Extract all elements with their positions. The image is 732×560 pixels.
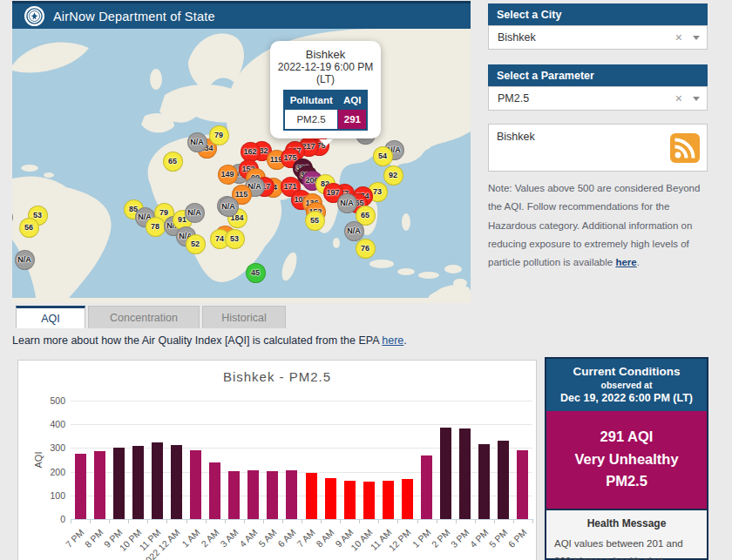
chart-bar[interactable] [459,428,471,519]
rss-feed-box: Bishkek [488,124,708,172]
popup-timezone: (LT) [275,73,376,85]
chart-bar[interactable] [190,450,201,519]
aqi-marker[interactable]: N/A [187,132,207,152]
aqi-marker[interactable]: N/A [337,193,357,213]
aqi-marker[interactable]: 92 [383,165,403,186]
chart-bar[interactable] [113,448,125,519]
aqi-pollutant: PM2.5 [550,470,703,493]
aqi-bar-chart: Bishkek - PM2.5 0100200300400500AQI7 PM8… [17,360,537,560]
chart-bar[interactable] [363,482,375,519]
chevron-down-icon[interactable] [693,36,700,40]
tab-aqi[interactable]: AQI [16,306,85,328]
y-axis-tick-label: 300 [46,442,65,453]
aqi-marker[interactable]: 149 [218,165,238,185]
learn-more-here-link[interactable]: here [382,334,403,347]
view-tabs: AQI Concentration Historical [16,306,286,328]
x-axis-tick [225,519,226,523]
chart-bar[interactable] [171,445,182,519]
aqi-marker[interactable]: 54 [373,146,393,166]
aqi-marker[interactable]: 53 [225,229,245,249]
city-select-value: Bishkek [498,31,675,44]
chart-bar[interactable] [94,451,105,519]
x-axis-tick [71,519,71,523]
health-message-text: AQI values between 201 and 300 trigger a… [554,535,699,560]
aqi-marker[interactable]: 55 [305,211,325,231]
x-axis-tick [166,519,167,523]
popup-pollutant-value: PM2.5 [284,110,338,131]
x-axis-tick [90,519,91,523]
city-select[interactable]: Bishkek × [488,25,708,50]
chart-bar[interactable] [344,481,356,519]
x-axis-tick [513,519,514,523]
y-axis-title: AQI [33,452,44,469]
chart-bar[interactable] [325,478,336,519]
aqi-marker[interactable]: 56 [19,218,39,238]
popup-aqi-value: 291 [338,110,367,131]
aqi-marker[interactable]: 45 [246,263,266,283]
aqi-value: 291 AQI [550,426,703,449]
x-axis-tick [475,519,476,523]
chart-bar[interactable] [286,470,297,519]
aqi-marker[interactable]: N/A [219,197,239,217]
note-here-link[interactable]: here [615,257,636,267]
popup-city: Bishkek [275,48,376,61]
x-axis-tick [340,519,341,523]
chart-title: Bishkek - PM2.5 [18,369,536,384]
select-city-header: Select a City [488,3,708,25]
chart-bar[interactable] [517,450,528,519]
x-axis-tick [378,519,379,523]
y-axis-tick-label: 0 [46,514,65,524]
x-axis-tick [147,519,148,523]
note-period: . [637,257,640,267]
aqi-marker[interactable]: 65 [163,152,183,172]
y-axis-tick-label: 500 [46,395,65,406]
x-axis-tick [302,519,302,523]
learn-more-text: Learn more about how the Air Quality Ind… [12,334,407,347]
aqi-marker[interactable]: 78 [146,217,166,237]
x-axis-tick [263,519,264,523]
chart-bar[interactable] [402,479,413,519]
clear-city-icon[interactable]: × [675,30,682,44]
note-text: Note: Values above 500 are considered Be… [488,183,700,267]
chart-bar[interactable] [247,470,259,519]
state-department-seal-icon [24,6,44,26]
chevron-down-icon[interactable] [693,97,700,101]
aqi-marker[interactable]: N/A [15,250,35,270]
map-canvas[interactable]: N/A5356N/A85N/A7978N/A91N/AN/A52N/A18414… [12,29,471,303]
x-axis-tick [437,519,437,523]
chart-bar[interactable] [498,441,509,519]
aqi-marker[interactable]: N/A [185,203,205,223]
chart-bar[interactable] [383,481,394,519]
chart-bar[interactable] [421,455,432,519]
health-message-title: Health Message [554,517,699,530]
rss-icon[interactable] [670,133,700,165]
clear-parameter-icon[interactable]: × [675,91,682,105]
observed-at-label: observed at [550,380,703,390]
app-title: AirNow Department of State [53,10,215,24]
chart-bar[interactable] [152,442,163,519]
aqi-marker[interactable]: 52 [186,234,206,254]
chart-bar[interactable] [75,454,86,519]
chart-bar[interactable] [228,471,240,519]
chart-bar[interactable] [478,444,490,519]
current-conditions-title: Current Conditions [550,365,703,378]
grid-line [71,424,532,425]
tab-concentration[interactable]: Concentration [88,306,200,328]
x-axis-tick [128,519,129,523]
tab-historical[interactable]: Historical [202,306,286,328]
y-axis-tick-label: 100 [46,490,65,501]
aqi-marker[interactable]: N/A [344,221,364,241]
chart-bar[interactable] [267,471,278,519]
aqi-marker[interactable]: 162 [241,142,261,162]
chart-bar[interactable] [132,446,144,519]
rss-city-label: Bishkek [497,131,535,143]
x-axis-tick [186,519,187,523]
chart-bar[interactable] [440,428,451,519]
chart-bar[interactable] [209,462,220,519]
chart-bar[interactable] [306,473,317,519]
x-axis-tick [532,519,533,523]
learn-more-prefix: Learn more about how the Air Quality Ind… [12,334,382,347]
aqi-marker[interactable]: 76 [356,239,376,259]
aqi-marker[interactable]: 79 [209,125,229,145]
parameter-select[interactable]: PM2.5 × [488,86,708,111]
